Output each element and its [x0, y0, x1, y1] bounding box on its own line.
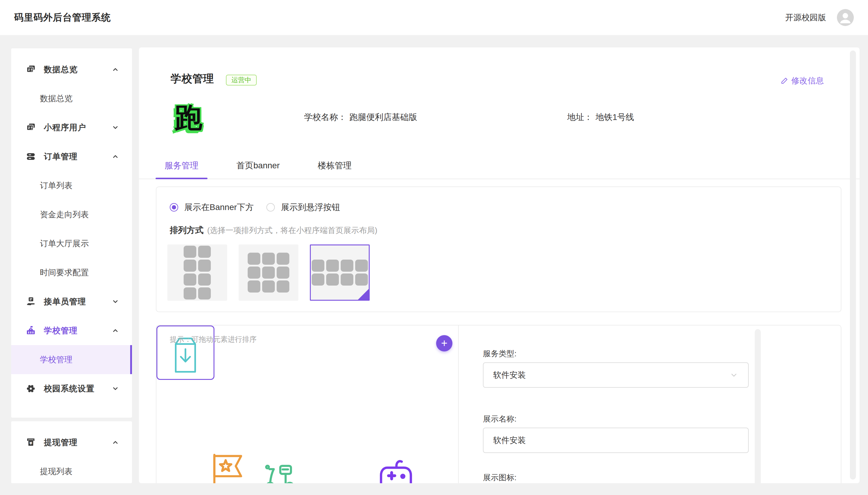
service-type-label: 服务类型:: [483, 348, 516, 359]
sidebar-subitem-time-config[interactable]: 时间要求配置: [11, 258, 132, 287]
sidebar-subitem-order-hall[interactable]: 订单大厅展示: [11, 229, 132, 258]
user-avatar[interactable]: [837, 9, 854, 26]
hand-doc-icon: [26, 296, 36, 307]
display-name-value: 软件安装: [493, 435, 526, 446]
sidebar-subitem-fund-flow-list[interactable]: 资金走向列表: [11, 200, 132, 229]
sidebar-bottom: ¥ 提现管理 提现列表: [11, 421, 132, 483]
tab-building-management[interactable]: 楼栋管理: [309, 153, 360, 178]
sidebar-subitem-label: 数据总览: [40, 93, 72, 104]
layout-mode-title: 排列方式: [170, 224, 203, 236]
radio-under-banner[interactable]: [170, 203, 178, 211]
sidebar-item-label: 接单员管理: [44, 296, 86, 307]
service-edit-box: 提示：可拖动元素进行排序 +: [156, 325, 842, 483]
edit-info-label: 修改信息: [791, 75, 824, 86]
service-type-select[interactable]: 软件安装: [483, 362, 749, 388]
sidebar-item-label: 数据总览: [44, 64, 77, 75]
chevron-down-icon: [729, 371, 739, 379]
layout-mode-row: 排列方式 (选择一项排列方式，将在小程序端首页展示布局): [170, 224, 377, 236]
sidebar-subitem-withdraw-list[interactable]: 提现列表: [11, 457, 132, 483]
sidebar-subitem-label: 学校管理: [40, 354, 72, 365]
selected-service-card[interactable]: [157, 325, 214, 380]
school-name-label: 学校名称：: [304, 113, 347, 122]
layout-thumbnails: [167, 244, 370, 301]
chevron-down-icon: [112, 298, 119, 305]
sidebar-subitem-label: 订单大厅展示: [40, 238, 89, 249]
app-bar: 码里码外后台管理系统 开源校园版: [0, 0, 868, 35]
school-icon: [26, 325, 36, 336]
sidebar-item-label: 学校管理: [44, 325, 77, 336]
drawer-icon: [26, 151, 36, 162]
radio-under-banner-label: 展示在Banner下方: [184, 202, 254, 213]
page-scrollbar[interactable]: [850, 50, 856, 480]
sidebar-subitem-label: 订单列表: [40, 180, 72, 191]
scooter-icon[interactable]: [263, 458, 297, 483]
chevron-up-icon: [112, 439, 119, 446]
sidebar-item-courier-management[interactable]: 接单员管理: [11, 287, 132, 316]
pencil-icon: [781, 77, 789, 85]
sidebar-item-order-management[interactable]: 订单管理: [11, 142, 132, 171]
display-name-label: 展示名称:: [483, 414, 516, 424]
drag-hint: 提示：可拖动元素进行排序: [170, 335, 257, 344]
radio-floating-button-label: 展示到悬浮按钮: [281, 202, 340, 213]
main-panel: 学校管理 运营中 修改信息 跑 学校名称：跑腿便利店基础版 地址：地铁1号线 服…: [139, 48, 860, 483]
display-icon-label: 展示图标:: [483, 472, 516, 483]
edit-info-link[interactable]: 修改信息: [781, 75, 824, 86]
sidebar-item-school-management[interactable]: 学校管理: [11, 316, 132, 345]
layout-option-2col[interactable]: [167, 244, 227, 301]
id-card-icon: [26, 122, 36, 133]
flag-icon[interactable]: [210, 452, 246, 483]
id-card-icon: [26, 64, 36, 75]
display-mode-radio-group: 展示在Banner下方 展示到悬浮按钮: [170, 202, 340, 213]
display-settings-box: 展示在Banner下方 展示到悬浮按钮 排列方式 (选择一项排列方式，将在小程序…: [156, 186, 842, 312]
tab-home-banner[interactable]: 首页banner: [227, 153, 289, 178]
tab-bar: 服务管理 首页banner 楼栋管理: [139, 153, 860, 179]
sidebar-item-campus-system-settings[interactable]: 校园系统设置: [11, 374, 132, 403]
chevron-up-icon: [112, 327, 119, 334]
edition-label: 开源校园版: [785, 12, 826, 23]
tab-service-management[interactable]: 服务管理: [156, 153, 208, 178]
chevron-up-icon: [112, 153, 119, 160]
sidebar-item-mini-program-users[interactable]: 小程序用户: [11, 113, 132, 142]
game-controller-icon[interactable]: [379, 457, 413, 483]
sidebar-item-withdraw-management[interactable]: ¥ 提现管理: [11, 428, 132, 457]
add-service-button[interactable]: +: [436, 335, 453, 352]
sidebar-item-label: 提现管理: [44, 437, 77, 448]
address-field: 地址：地铁1号线: [567, 112, 634, 123]
status-badge: 运营中: [226, 75, 257, 86]
display-name-input[interactable]: 软件安装: [483, 428, 749, 453]
app-title: 码里码外后台管理系统: [14, 11, 111, 24]
layout-option-3col[interactable]: [238, 244, 298, 301]
school-name-field: 学校名称：跑腿便利店基础版: [304, 112, 417, 123]
radio-floating-button[interactable]: [266, 203, 275, 211]
sidebar-subitem-label: 资金走向列表: [40, 209, 89, 220]
sidebar-subitem-school-management[interactable]: 学校管理: [11, 345, 132, 374]
page-title: 学校管理: [171, 72, 214, 86]
sidebar: 数据总览 数据总览 小程序用户 订单管理 订单列表 资金走向列表 订单大厅展示 …: [11, 48, 132, 417]
service-type-value: 软件安装: [493, 370, 526, 380]
layout-mode-hint: (选择一项排列方式，将在小程序端首页展示布局): [207, 225, 377, 236]
sidebar-subitem-label: 提现列表: [40, 466, 72, 477]
sidebar-item-label: 小程序用户: [44, 122, 86, 133]
sidebar-subitem-data-overview[interactable]: 数据总览: [11, 84, 132, 113]
sidebar-subitem-label: 时间要求配置: [40, 267, 89, 278]
sidebar-item-data-overview[interactable]: 数据总览: [11, 55, 132, 84]
sidebar-item-label: 校园系统设置: [44, 383, 94, 394]
sidebar-item-label: 订单管理: [44, 151, 77, 162]
school-name-value: 跑腿便利店基础版: [350, 113, 417, 122]
withdraw-icon: ¥: [26, 437, 36, 447]
svg-text:¥: ¥: [29, 441, 32, 445]
sidebar-subitem-order-list[interactable]: 订单列表: [11, 171, 132, 200]
chevron-down-icon: [112, 385, 119, 392]
school-logo: 跑: [175, 102, 202, 133]
chevron-up-icon: [112, 66, 119, 73]
form-scrollbar[interactable]: [755, 329, 761, 483]
sortable-services-panel: 提示：可拖动元素进行排序 +: [157, 325, 459, 483]
chevron-down-icon: [112, 124, 119, 131]
layout-option-4col-selected[interactable]: [310, 244, 370, 301]
address-value: 地铁1号线: [596, 113, 634, 122]
person-icon: [837, 9, 854, 26]
address-label: 地址：: [567, 113, 592, 122]
gear-icon: [26, 383, 36, 394]
